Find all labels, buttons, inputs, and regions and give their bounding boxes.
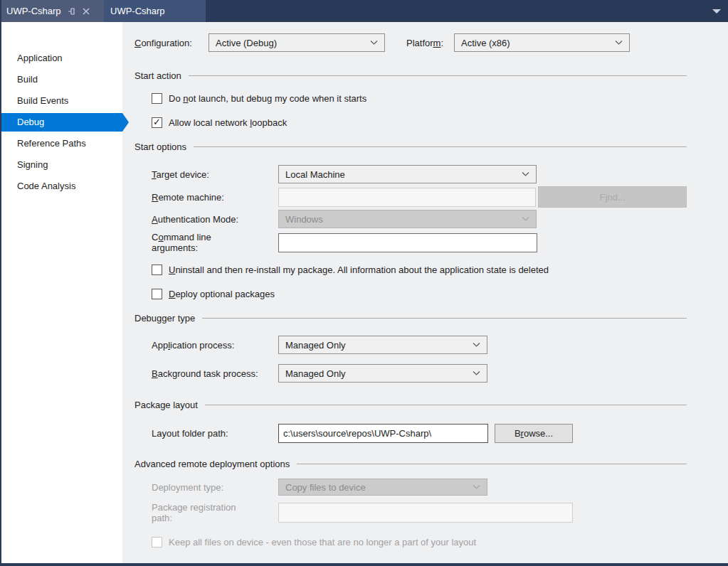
section-rule	[189, 75, 687, 76]
tab-label: UWP-Csharp	[110, 6, 165, 16]
debug-settings-panel: Configuration: Active (Debug) Platform: …	[122, 22, 728, 563]
command-line-arguments-row: Command line arguments:	[152, 232, 687, 257]
section-title: Debugger type	[134, 313, 195, 324]
authentication-mode-select: Windows	[278, 210, 537, 228]
sidebar-item-build-events[interactable]: Build Events	[1, 92, 122, 110]
platform-select[interactable]: Active (x86)	[454, 33, 630, 52]
package-layout-section-header: Package layout	[134, 398, 687, 411]
section-title: Package layout	[134, 400, 198, 410]
chevron-down-icon	[473, 485, 480, 489]
application-process-row: Application process: Managed Only	[152, 336, 687, 354]
background-task-process-value: Managed Only	[285, 368, 346, 379]
deploy-optional-checkbox-row: Deploy optional packages	[152, 288, 687, 299]
sidebar-item-build[interactable]: Build	[1, 70, 122, 89]
no-launch-checkbox-row: Do not launch, but debug my code when it…	[152, 92, 687, 104]
start-options-section-header: Start options	[134, 140, 687, 153]
browse-button[interactable]: Browse...	[495, 424, 573, 443]
package-registration-path-label: Package registration path:	[152, 502, 278, 523]
uninstall-checkbox-row: Uninstall and then re-install my package…	[152, 264, 687, 275]
pin-icon[interactable]	[68, 7, 76, 16]
configuration-label: Configuration:	[134, 38, 209, 48]
section-title: Start options	[134, 142, 186, 152]
chevron-down-icon	[473, 371, 480, 375]
loopback-label: Allow local network loopback	[169, 117, 287, 128]
section-rule	[194, 146, 687, 147]
keep-all-files-checkbox	[152, 537, 162, 548]
sidebar-item-code-analysis[interactable]: Code Analysis	[1, 177, 122, 196]
layout-folder-path-input[interactable]	[278, 424, 488, 443]
configuration-select[interactable]: Active (Debug)	[209, 33, 385, 52]
tab-uwp-csharp-active[interactable]: UWP-Csharp	[0, 0, 104, 22]
section-rule	[205, 405, 687, 405]
project-properties-window: UWP-Csharp UWP-Csharp Application Build …	[0, 0, 728, 566]
remote-machine-row: Remote machine: Find...	[152, 186, 687, 208]
tab-uwp-csharp-preview[interactable]: UWP-Csharp	[104, 0, 206, 22]
application-process-select[interactable]: Managed Only	[278, 336, 487, 354]
remote-machine-input	[278, 188, 536, 207]
uninstall-checkbox[interactable]	[152, 265, 162, 275]
tab-label: UWP-Csharp	[6, 6, 61, 16]
target-device-select[interactable]: Local Machine	[278, 165, 537, 183]
configuration-bar: Configuration: Active (Debug) Platform: …	[134, 33, 687, 52]
remote-machine-label: Remote machine:	[152, 192, 278, 203]
find-button: Find...	[538, 186, 687, 208]
debugger-type-section-header: Debugger type	[134, 311, 687, 324]
dropdown-arrow-icon[interactable]	[712, 9, 721, 14]
background-task-process-label: Background task process:	[152, 368, 278, 379]
no-launch-checkbox[interactable]	[152, 93, 162, 104]
loopback-checkbox-row: Allow local network loopback	[152, 117, 687, 128]
authentication-mode-row: Authentication Mode: Windows	[152, 210, 687, 228]
authentication-mode-label: Authentication Mode:	[152, 214, 278, 225]
package-registration-path-row: Package registration path:	[152, 502, 687, 528]
sidebar-item-reference-paths[interactable]: Reference Paths	[1, 134, 122, 153]
command-line-arguments-input[interactable]	[278, 233, 537, 252]
target-device-row: Target device: Local Machine	[152, 165, 687, 183]
platform-label: Platform:	[406, 38, 454, 48]
deploy-optional-checkbox[interactable]	[152, 289, 162, 299]
deployment-type-row: Deployment type: Copy files to device	[152, 479, 687, 496]
layout-folder-path-label: Layout folder path:	[152, 428, 278, 439]
selected-item-arrow	[122, 113, 129, 132]
keep-all-files-label: Keep all files on device - even those th…	[169, 537, 476, 548]
no-launch-label: Do not launch, but debug my code when it…	[169, 93, 366, 104]
application-process-label: Application process:	[152, 340, 278, 351]
properties-body: Application Build Build Events Debug Ref…	[1, 22, 728, 563]
deploy-optional-label: Deploy optional packages	[169, 289, 275, 299]
loopback-checkbox[interactable]	[152, 117, 162, 128]
section-rule	[297, 464, 687, 464]
background-task-process-select[interactable]: Managed Only	[278, 364, 487, 383]
uninstall-label: Uninstall and then re-install my package…	[169, 265, 549, 275]
properties-sidebar: Application Build Build Events Debug Ref…	[1, 22, 122, 563]
authentication-mode-value: Windows	[285, 214, 323, 225]
sidebar-item-application[interactable]: Application	[1, 49, 122, 68]
chevron-down-icon	[473, 343, 480, 347]
document-tab-bar: UWP-Csharp UWP-Csharp	[0, 0, 728, 22]
configuration-value: Active (Debug)	[216, 38, 277, 48]
layout-folder-path-row: Layout folder path: Browse...	[152, 424, 687, 443]
target-device-label: Target device:	[152, 169, 278, 180]
close-icon[interactable]	[83, 8, 90, 15]
deployment-type-select: Copy files to device	[278, 479, 487, 496]
start-action-section-header: Start action	[134, 69, 687, 82]
sidebar-item-debug[interactable]: Debug	[1, 113, 122, 132]
chevron-down-icon	[522, 217, 529, 221]
chevron-down-icon	[522, 172, 529, 176]
section-title: Advanced remote deployment options	[134, 459, 290, 469]
keep-all-files-checkbox-row: Keep all files on device - even those th…	[152, 536, 687, 548]
deployment-type-label: Deployment type:	[152, 482, 278, 493]
advanced-section-header: Advanced remote deployment options	[134, 457, 687, 470]
chevron-down-icon	[370, 41, 378, 45]
section-rule	[202, 318, 687, 319]
deployment-type-value: Copy files to device	[285, 482, 366, 493]
sidebar-item-signing[interactable]: Signing	[1, 156, 122, 174]
command-line-arguments-label: Command line arguments:	[152, 232, 278, 253]
package-registration-path-input	[278, 503, 573, 523]
chevron-down-icon	[615, 41, 623, 45]
target-device-value: Local Machine	[285, 169, 345, 180]
background-task-process-row: Background task process: Managed Only	[152, 364, 687, 383]
application-process-value: Managed Only	[285, 340, 346, 351]
section-title: Start action	[134, 70, 181, 81]
platform-value: Active (x86)	[461, 38, 510, 48]
sidebar-item-label: Debug	[17, 117, 44, 127]
